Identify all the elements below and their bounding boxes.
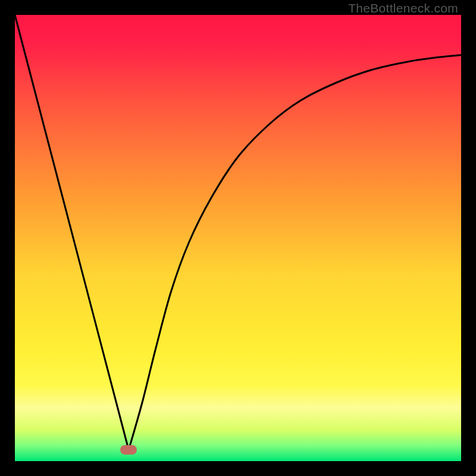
curve-layer xyxy=(15,15,461,461)
plot-area xyxy=(15,15,461,461)
bottleneck-curve xyxy=(15,15,461,450)
watermark-text: TheBottleneck.com xyxy=(348,1,458,15)
canvas-frame: TheBottleneck.com xyxy=(0,0,476,476)
vertex-marker xyxy=(120,445,137,455)
